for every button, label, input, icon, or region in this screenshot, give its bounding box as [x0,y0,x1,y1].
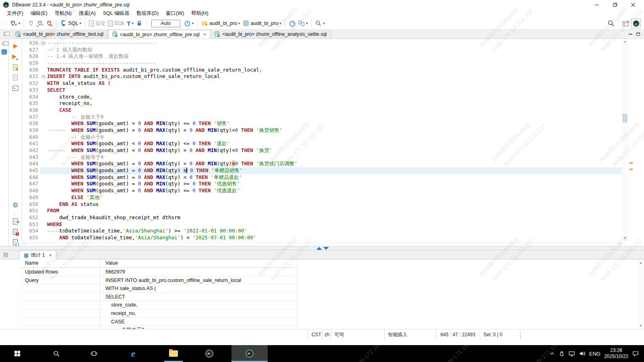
value-column-header[interactable]: Value [105,260,118,266]
network-icon[interactable] [568,350,575,357]
reconnect-button[interactable] [37,20,43,27]
restore-button[interactable] [606,0,624,10]
fold-gutter [40,87,47,94]
close-icon[interactable]: × [203,31,206,37]
execute-new-tab-button[interactable]: + [9,54,22,62]
fold-gutter [40,228,47,234]
name-column-header[interactable]: Name [25,260,38,266]
scroll-up-icon[interactable]: ▲ [638,261,644,265]
code-text: WHEN SUM(goods_amt) = 0 AND MIN(qty) > 0… [47,167,622,174]
code-area[interactable]: 626------------------------------------6… [23,39,622,241]
editor-tab[interactable]: <audit_bi_pro> zhumr_offline_test.sql [11,30,108,39]
scroll-down-icon[interactable]: ▼ [638,324,644,328]
minimize-editor-icon[interactable] [629,34,632,35]
close-button[interactable] [624,0,642,10]
scroll-right-icon[interactable]: › [619,241,621,245]
rollback-icon [108,21,113,27]
menu-item[interactable]: 窗口(W) [162,10,188,17]
search-button[interactable] [607,20,615,27]
file-explorer-icon[interactable] [164,345,183,362]
chevron-up-icon[interactable] [549,351,555,356]
connection-selector[interactable]: audit_bi_pro ▾ [201,20,240,27]
performance-gauge-button[interactable] [289,20,296,27]
code-text: AND toDateTime(sale_time,'Asia/Shanghai'… [47,234,622,241]
notification-icon[interactable] [632,350,639,357]
editor-vertical-scrollbar[interactable]: ▲ ▼ [622,39,628,241]
minimize-results-icon[interactable] [323,247,329,250]
dbeaver-perspective-button[interactable] [631,19,641,28]
internet-explorer-icon[interactable]: e [124,345,143,362]
speaker-icon[interactable] [579,350,586,357]
minimize-button[interactable] [588,0,606,10]
language-indicator[interactable]: ENG [589,351,601,357]
chevron-down-icon[interactable]: ▾ [306,21,308,25]
panel-splitter[interactable] [0,246,644,250]
dbeaver-window: DBeaver 22.3.4 - <audit_bi_pro> zhumr_of… [0,0,644,362]
chevron-down-icon[interactable]: ▾ [192,21,194,25]
maximize-editor-icon[interactable] [636,33,640,36]
settings-gear-icon[interactable]: ⚙ [9,202,22,209]
new-connection-button[interactable]: ▾ [10,20,21,27]
scroll-left-icon[interactable]: ‹ [23,241,25,245]
statistics-table[interactable]: Name Value Updated Rows5662979QueryINSER… [0,259,638,329]
transaction-mode-button[interactable]: T ▾ [127,20,134,27]
dbeaver-active-taskbar-icon[interactable] [240,345,259,362]
statistics-tab[interactable]: ▦ 统计 1 × [19,250,56,259]
menu-item[interactable]: 编辑(E) [27,10,51,17]
status-item: 可写 [331,329,384,341]
database-navigator-icon[interactable] [0,49,8,56]
statistics-file-button[interactable]: ( ) [9,239,22,245]
connect-button[interactable] [28,20,34,27]
open-perspective-button[interactable] [622,20,630,27]
menu-item[interactable]: 帮助(H) [188,10,212,17]
export-result-button[interactable]: ➜ [9,218,22,224]
task-view-button[interactable] [84,345,103,362]
taskbar-search-button[interactable] [47,345,66,362]
execute-script-button[interactable] [9,64,22,70]
line-number: 634 [23,94,40,101]
menu-item[interactable]: 导航(N) [51,10,75,17]
editor-horizontal-scrollbar[interactable]: ‹ › [23,241,622,246]
disconnect-button[interactable] [46,20,52,27]
database-selector[interactable]: audit_bi_pro ▾ [243,20,281,27]
chevron-down-icon[interactable]: ▾ [79,21,81,25]
start-button[interactable] [8,345,27,362]
scroll-up-icon[interactable]: ▲ [622,39,628,43]
log-file-button[interactable]: ! [9,229,22,235]
taskbar-clock[interactable]: 23:26 2025/10/22 [604,348,628,360]
chevron-down-icon[interactable]: ▾ [238,21,240,25]
scroll-down-icon[interactable]: ▼ [622,236,628,240]
close-icon[interactable]: × [49,252,52,258]
chevron-down-icon[interactable]: ▾ [132,21,134,25]
chevron-down-icon[interactable]: ▾ [19,21,21,25]
editor-tab[interactable]: <audit_bi_pro> zhumr_offline_pre.sql× [108,30,211,39]
results-vertical-scrollbar[interactable]: ▲ ▼ [638,259,644,329]
restore-editor-icon[interactable] [0,30,11,39]
menu-item[interactable]: 搜索(A) [75,10,99,17]
commit-mode-select[interactable]: Auto [151,20,180,27]
execute-statement-button[interactable] [9,44,22,49]
menu-item[interactable]: 文件(F) [3,10,27,17]
chevron-down-icon[interactable]: ▾ [323,21,325,25]
sql-editor[interactable]: :::: :::: + :::: >_ ⚙ :::: ➜ ! ( ) 626--… [0,39,644,246]
dbeaver-taskbar-icon[interactable] [200,345,219,362]
transaction-log-button[interactable]: ▾ [184,20,194,27]
layout-button[interactable]: ▾ [298,20,308,27]
menu-item[interactable]: SQL 编辑器 [99,10,133,17]
restore-panel-icon[interactable] [0,42,8,45]
open-console-button[interactable]: >_ [9,86,22,91]
tab-label: <audit_bi_pro> zhumr_offline_pre.sql [120,32,200,37]
chevron-down-icon[interactable]: ▾ [279,21,281,25]
rollback-button[interactable]: 回滚 [108,20,124,27]
commit-button[interactable]: 提交 [89,20,105,27]
sql-editor-button[interactable]: SQL ▾ [60,20,81,27]
lock-button[interactable] [136,20,142,27]
editor-tab[interactable]: <audit_bi_pro> zhumr_offline_analysis_se… [211,30,331,39]
usb-icon[interactable] [559,350,565,357]
script-button[interactable] [9,74,22,80]
menu-item[interactable]: 数据库(D) [133,10,162,17]
maximize-results-icon[interactable] [316,247,322,250]
query-search-button[interactable]: ▾ [315,20,325,27]
column-divider[interactable] [297,259,297,329]
scrollbar-thumb[interactable] [623,114,627,122]
